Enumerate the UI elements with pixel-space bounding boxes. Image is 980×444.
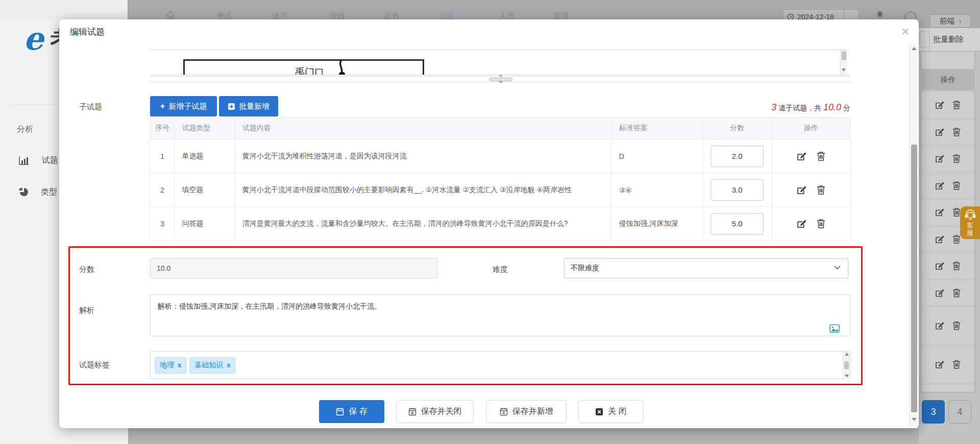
trash-icon[interactable] [952,234,961,244]
close-icon[interactable]: × [896,22,915,41]
summary-unit: 分 [843,104,850,112]
save-label: 保 存 [349,406,367,417]
trash-icon[interactable] [952,261,961,271]
modal-scrollbar-thumb[interactable] [911,145,917,412]
analysis-textarea[interactable]: 解析：侵蚀加强,河床加深，在主汛期，渭河的洪峰导致黄河小北干流。 [150,294,850,336]
edit-icon[interactable] [935,234,945,244]
tag-remove-icon[interactable]: x [178,361,181,369]
modal-scrollbar[interactable] [910,44,918,428]
close-button[interactable]: 关 闭 [578,400,644,423]
row-type: 问答题 [175,207,235,240]
nav-item-4[interactable]: 试题 [439,11,454,19]
edit-icon[interactable] [935,320,945,331]
sub-question-count: 3 [771,102,776,112]
trash-icon[interactable] [816,184,826,195]
pagination-page-3[interactable]: 3 [922,400,945,424]
question-image: 禹门口 [183,59,424,75]
edit-icon[interactable] [796,184,807,195]
box-x-icon [595,408,603,416]
trash-icon[interactable] [952,359,961,369]
trash-icon[interactable] [952,320,961,331]
edit-icon[interactable] [935,127,945,137]
save-and-close-label: 保存并关闭 [421,406,462,417]
trash-icon[interactable] [952,288,961,298]
nav-item-2[interactable]: 培训 [329,11,345,19]
batch-delete-button[interactable]: 批量删除 [933,35,979,44]
chevron-right-icon: › [959,17,962,25]
pie-chart-icon [18,187,29,197]
scroll-down-icon[interactable] [845,375,849,378]
save-button[interactable]: 保 存 [319,400,384,423]
editor-resize-handle[interactable] [150,76,850,82]
row-separator [921,172,974,173]
row-separator [921,252,974,253]
trash-icon[interactable] [816,151,826,161]
home-icon[interactable] [166,11,175,19]
score-input[interactable] [710,146,764,167]
save-and-close-button[interactable]: 保存并关闭 [396,400,474,423]
scroll-up-icon[interactable] [845,353,849,356]
trash-icon[interactable] [816,218,826,229]
user-menu-button[interactable]: 前端 › [930,14,971,28]
editor-scrollbar-thumb[interactable] [842,51,846,60]
trash-icon[interactable] [952,180,961,191]
score-input[interactable] [710,179,764,201]
insert-image-icon[interactable] [829,323,840,334]
tags-scrollbar-thumb[interactable] [844,361,849,369]
trash-icon[interactable] [952,100,961,110]
pagination-page-4[interactable]: 4 [948,400,971,424]
sub-question-table: 序号 试题类型 试题内容 标准答案 分数 操作 1 单选题 黄河小北干流为堆积性… [150,117,850,241]
add-sub-question-button[interactable]: + 新增子试题 [150,96,217,116]
toolbar-separator [929,28,929,52]
tags-scrollbar[interactable] [843,352,850,379]
trash-icon[interactable] [952,153,961,163]
tags-input-box[interactable]: 地理 x 基础知识 x [150,351,850,379]
edit-icon[interactable] [796,218,807,229]
header-score: 分数 [703,118,772,139]
chevron-down-icon [834,265,841,270]
sidebar-item-type-stats[interactable]: 类型 [9,180,59,204]
header-operations: 操作 [772,118,850,139]
edit-icon[interactable] [935,288,945,298]
date-button[interactable]: 2024-12-18 [782,9,859,19]
edit-icon[interactable] [935,261,945,271]
row-separator [921,345,974,345]
trash-icon[interactable] [952,127,961,137]
edit-icon[interactable] [935,359,945,369]
edit-icon[interactable] [935,100,945,110]
save-and-new-button[interactable]: 保存并新增 [486,400,567,423]
scroll-down-icon[interactable] [842,68,846,72]
avatar[interactable] [904,11,917,19]
row-separator [921,199,974,199]
sidebar-item-question-stats[interactable]: 试题 [9,148,59,173]
batch-add-button[interactable]: 批量新增 [219,96,278,116]
nav-item-3[interactable]: 证书 [383,11,399,19]
customer-service-badge[interactable]: 客服 [960,206,980,239]
question-content-editor[interactable]: 禹门口 [150,50,850,75]
edit-icon[interactable] [935,207,945,217]
row-separator [921,145,974,146]
edit-icon[interactable] [935,153,945,163]
nav-item-6[interactable]: 管理 [553,11,569,19]
resize-grip[interactable] [489,78,512,81]
edit-icon[interactable] [796,151,807,161]
table-row-actions-1 [921,126,974,138]
score-input[interactable] [710,213,764,235]
bell-icon[interactable] [875,10,885,19]
top-navbar-dimmed: 考试练习培训证书试题人员管理 2024-12-18 [128,0,919,19]
nav-item-1[interactable]: 练习 [272,11,287,19]
difficulty-select[interactable]: 不限难度 [564,258,848,278]
scroll-up-icon[interactable] [912,47,917,50]
service-badge-label: 客服 [967,222,973,237]
app-logo-partial: 考 [50,27,59,52]
nav-item-5[interactable]: 人员 [499,11,514,19]
resize-down-icon [499,81,503,83]
edit-icon[interactable] [935,180,945,191]
editor-scrollbar[interactable] [840,50,847,75]
nav-item-0[interactable]: 考试 [216,11,232,19]
tag-remove-icon[interactable]: x [227,361,230,369]
total-score: 10.0 [823,102,841,112]
scroll-down-icon[interactable] [912,418,917,421]
header-no: 序号 [151,118,175,139]
row-separator [921,306,974,307]
